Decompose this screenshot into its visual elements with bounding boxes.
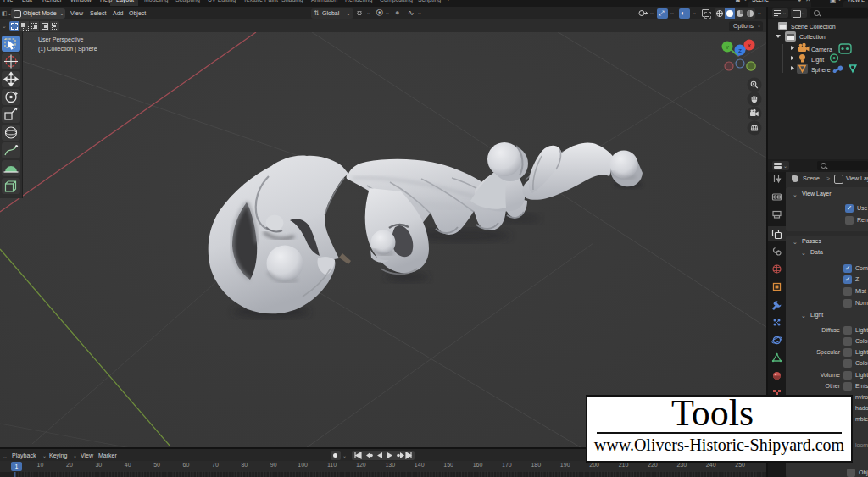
svg-text:230: 230 — [676, 462, 687, 468]
svg-text:200: 200 — [589, 462, 599, 468]
svg-text:Z: Z — [738, 48, 742, 53]
svg-text:(1) Collection | Sphere: (1) Collection | Sphere — [38, 46, 97, 53]
svg-text:190: 190 — [560, 462, 570, 468]
svg-text:Scene Collection: Scene Collection — [791, 24, 836, 30]
svg-text:Light: Light — [811, 57, 824, 64]
svg-text:Collection: Collection — [799, 34, 826, 40]
svg-text:160: 160 — [473, 462, 483, 468]
svg-text:210: 210 — [619, 462, 629, 468]
svg-text:150: 150 — [443, 462, 453, 468]
svg-text:60: 60 — [183, 462, 190, 468]
svg-text:Camera: Camera — [811, 47, 832, 53]
svg-text:30: 30 — [95, 462, 102, 468]
svg-text:80: 80 — [241, 462, 248, 468]
svg-text:Sphere: Sphere — [811, 67, 831, 74]
svg-text:100: 100 — [298, 462, 308, 468]
svg-text:90: 90 — [270, 462, 277, 468]
svg-text:User Perspective: User Perspective — [38, 36, 83, 43]
svg-text:130: 130 — [385, 462, 395, 468]
svg-text:70: 70 — [212, 462, 219, 468]
svg-text:110: 110 — [327, 462, 337, 468]
svg-text:220: 220 — [648, 462, 658, 468]
svg-text:X: X — [748, 43, 751, 48]
svg-text:10: 10 — [37, 462, 44, 468]
svg-text:Y: Y — [726, 45, 729, 50]
svg-text:50: 50 — [153, 462, 160, 468]
svg-text:170: 170 — [502, 462, 512, 468]
svg-text:140: 140 — [415, 462, 425, 468]
svg-text:180: 180 — [531, 462, 541, 468]
svg-text:120: 120 — [356, 462, 366, 468]
svg-text:250: 250 — [735, 462, 745, 468]
svg-text:20: 20 — [66, 462, 73, 468]
svg-text:40: 40 — [125, 462, 131, 468]
svg-text:240: 240 — [706, 462, 716, 468]
